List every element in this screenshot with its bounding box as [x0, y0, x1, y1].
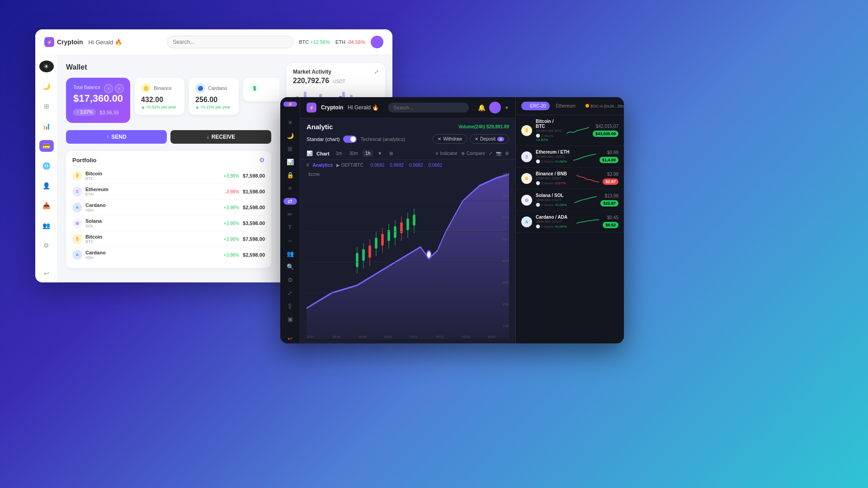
dp-y-10k: 10K	[503, 324, 509, 328]
sidebar-globe-icon[interactable]: 🌐	[39, 160, 54, 172]
receive-button[interactable]: ↓ RECEIVE	[170, 130, 271, 144]
dp-chart-actions: ≡ Indicator ⊕ Compare ⤢ 📷 ⚙	[436, 151, 509, 156]
dp-time-30m[interactable]: 30m	[347, 150, 361, 157]
lp-search-input[interactable]	[167, 36, 293, 48]
ada2-sym: ADA	[85, 255, 220, 260]
dp-header: ⚡ Cryptoin Hi Gerald 🔥 🔔 ▼	[300, 97, 515, 118]
dp-avatar[interactable]	[489, 102, 501, 113]
other-card: 💲	[243, 78, 279, 101]
dp-main-chart	[307, 170, 509, 339]
ma-title: Market Activity	[293, 69, 331, 75]
dp-logout-icon[interactable]: ↩	[283, 335, 297, 342]
ma-expand-icon[interactable]: ⤢	[374, 69, 379, 75]
dp-logo-text: Cryptoin	[321, 104, 343, 111]
dp-time-dropdown[interactable]: ▼	[375, 150, 385, 157]
sidebar-users-icon[interactable]: 👤	[39, 180, 54, 192]
card-row: ‹ › Total Balance $17,360.00 ↑ 3.07% $3,…	[66, 78, 271, 123]
send-button[interactable]: ↑ SEND	[66, 130, 167, 144]
dp-text-icon[interactable]: T	[283, 224, 297, 231]
btc-ticker: BTC +12.56%	[299, 39, 330, 45]
list-item[interactable]: ₿ Bitcoin / BTC 18,569,981 BTC 🕐 2 hours…	[516, 115, 624, 146]
sidebar-user-icon[interactable]: 👥	[39, 220, 54, 231]
ada-value: $2,598.00	[243, 205, 265, 210]
binance-card-header: 🪙 Binance	[141, 83, 178, 93]
list-item[interactable]: Ξ Ethereum / ETH 12,569,981 USDT 🕐 2 hou…	[516, 146, 624, 168]
dp-time-1m[interactable]: 1m	[333, 150, 345, 157]
lp-logo-text: Cryptoin	[57, 38, 83, 46]
portfolio-filter-icon[interactable]: ⚙	[259, 156, 265, 164]
list-item[interactable]: ◎ Solana / SOL 1569,981 USDT 🕐 2 hours +…	[516, 189, 624, 211]
dp-pair-val-3: 0.0682	[409, 163, 423, 168]
sidebar-moon-icon[interactable]: 🌙	[39, 80, 54, 92]
dp-resize-icon[interactable]: ⤢	[283, 290, 297, 296]
dp-fullscreen-btn[interactable]: ⤢	[489, 151, 492, 156]
svg-rect-39	[368, 245, 371, 258]
dp-pencil-icon[interactable]: ✏	[283, 211, 297, 218]
sidebar-inbox-icon[interactable]: 📥	[39, 200, 54, 211]
dp-crypto-icon[interactable]: ₿	[283, 303, 297, 310]
dp-lock-icon[interactable]: 🔒	[283, 172, 297, 178]
bnb-crypto-time: 🕐 2 hours -0.67%	[536, 181, 573, 185]
lp-avatar[interactable]	[371, 36, 383, 48]
dp-arrow-icon[interactable]: ↔	[283, 237, 297, 244]
svg-rect-35	[356, 253, 359, 267]
sol-change: +3.98%	[224, 221, 239, 226]
binance-value: 432.00	[141, 96, 178, 104]
dp-token-selector: ERC-20 Ethereum BSC-A (0x26...28x8)	[516, 97, 624, 115]
dp-toggle[interactable]	[343, 136, 357, 143]
dp-settings-icon[interactable]: ⚙	[283, 277, 297, 283]
ada-crypto-supply: 1569,981 USDT	[536, 220, 573, 224]
dp-dropdown-icon[interactable]: ▼	[505, 105, 509, 110]
dp-compare-btn[interactable]: ⊕ Compare	[461, 151, 485, 156]
svg-rect-53	[413, 215, 415, 225]
dp-withdraw-button[interactable]: ✕ Withdraw	[433, 134, 467, 144]
list-item[interactable]: A Cardano / ADA 1569,981 USDT 🕐 2 hours …	[516, 211, 624, 233]
ada-sym: ADA	[85, 208, 220, 212]
sidebar-settings-icon[interactable]: ⚙	[39, 239, 54, 251]
dp-settings-chart-btn[interactable]: ⚙	[505, 151, 509, 156]
sidebar-chart-icon[interactable]: 📊	[39, 120, 54, 132]
dp-swap-icon[interactable]: ⇄	[283, 198, 297, 205]
dp-chart-toolbar: 📊 Chart 1m 30m 1h ▼ ⊞ ≡ Indicator ⊕ Comp…	[300, 147, 515, 160]
dp-search-input[interactable]	[388, 103, 469, 113]
dp-chart-icon[interactable]: 📊	[283, 159, 297, 165]
sidebar-wallet-icon[interactable]: 💳	[39, 140, 54, 152]
dp-users-icon[interactable]: 👥	[283, 250, 297, 257]
lp-header-right: BTC +12.56% ETH -04.56%	[299, 36, 383, 48]
wallet-header: Wallet	[66, 63, 271, 71]
eth-crypto-name: Ethereum / ETH	[536, 150, 570, 155]
dp-time-grid[interactable]: ⊞	[387, 150, 396, 157]
dp-sun-icon[interactable]: ☀	[283, 119, 297, 126]
dp-list-icon[interactable]: ≡	[283, 185, 297, 192]
dp-logo-icon: ⚡	[283, 102, 297, 107]
ada2-value: $2,598.00	[243, 252, 265, 258]
dp-deposit-button[interactable]: ✕ Deposit 4	[470, 134, 509, 144]
table-row: A Cardano ADA +3.98% $2,598.00	[72, 247, 265, 263]
dp-chart-type-icon[interactable]: 📊	[307, 150, 313, 156]
ada-name: Cardano	[85, 202, 220, 208]
dp-token-ethereum[interactable]: Ethereum	[552, 102, 579, 110]
ma-value: 220,792.76 USDT	[293, 77, 379, 85]
dp-tab-technical[interactable]: Technical (analytics)	[360, 136, 405, 142]
dp-y-50k-1: 50K	[503, 172, 509, 176]
dp-moon-icon[interactable]: 🌙	[283, 132, 297, 139]
sol-name: Solana	[85, 218, 220, 224]
dp-grid-icon[interactable]: ⊞	[283, 145, 297, 152]
dp-indicator-btn[interactable]: ≡ Indicator	[436, 151, 458, 156]
dp-time-1h[interactable]: 1h	[363, 150, 373, 157]
dp-camera-btn[interactable]: 📷	[496, 151, 501, 156]
dp-tab-standard[interactable]: Standar (chart)	[307, 136, 340, 142]
dp-notification-icon[interactable]: 🔔	[478, 104, 486, 111]
dp-token-bsc[interactable]: BSC-A (0x26...28x8)	[582, 102, 624, 110]
table-row: Ξ Ethereum ETH -3.98% $1,598.00	[72, 184, 265, 200]
dp-zoom-icon[interactable]: 🔍	[283, 263, 297, 270]
sidebar-theme-toggle[interactable]: ☀	[39, 61, 54, 72]
sidebar-grid-icon[interactable]: ⊞	[39, 100, 54, 112]
ma-header: Market Activity ⤢	[293, 69, 379, 75]
list-item[interactable]: B Binance / BNB 1568,981 USDT 🕐 2 hours …	[516, 168, 624, 189]
dp-token-erc20[interactable]: ERC-20	[521, 102, 550, 110]
dp-box-icon[interactable]: ▣	[283, 316, 297, 323]
action-row: ↑ SEND ↓ RECEIVE	[66, 130, 271, 144]
portfolio-section: Portfolio ⚙ ₿ Bitcoin BTC +3.98% $7,598.…	[66, 151, 271, 268]
sidebar-logout-icon[interactable]: ↩	[39, 267, 54, 279]
